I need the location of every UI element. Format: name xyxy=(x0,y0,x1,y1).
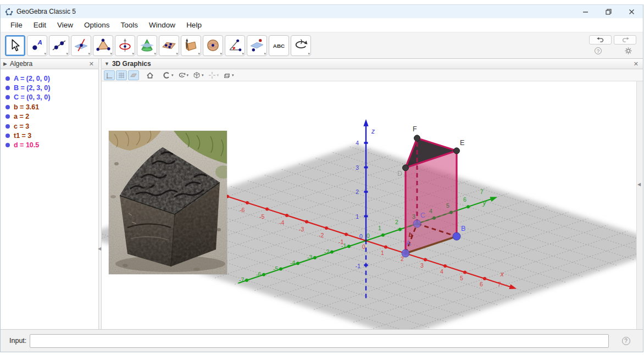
tool-dropdown-icon[interactable]: ▾ xyxy=(308,52,310,56)
stylebar-dropdown-icon[interactable]: ▾ xyxy=(187,73,189,77)
tool-dropdown-icon[interactable]: ▾ xyxy=(198,52,200,56)
menu-item-window[interactable]: Window xyxy=(143,19,181,31)
restore-button[interactable] xyxy=(597,5,620,18)
svg-text:-5: -5 xyxy=(259,213,264,220)
stone-photo-image[interactable] xyxy=(109,131,227,274)
algebra-close-icon[interactable]: ✕ xyxy=(87,60,96,68)
rotate-view-dropdown[interactable]: ▾ xyxy=(176,70,191,80)
close-icon xyxy=(629,9,635,15)
svg-text:C: C xyxy=(420,212,425,219)
algebra-item-t1[interactable]: t1 = 3 xyxy=(4,131,96,140)
command-input[interactable] xyxy=(30,334,609,348)
object-visibility-dot[interactable] xyxy=(5,95,10,99)
tool-dropdown-icon[interactable]: ▾ xyxy=(132,52,134,56)
move-tool-button[interactable] xyxy=(5,35,25,56)
svg-text:2: 2 xyxy=(395,219,398,225)
algebra-item-b[interactable]: b = 3.61 xyxy=(4,102,96,112)
tool-dropdown-icon[interactable]: ▾ xyxy=(110,52,112,56)
divider-collapse-icon[interactable]: ◀ xyxy=(98,246,101,251)
tool-dropdown-icon[interactable]: ▾ xyxy=(66,52,68,56)
menu-item-options[interactable]: Options xyxy=(79,19,115,31)
tool-dropdown-icon[interactable]: ▾ xyxy=(264,52,266,56)
algebra-item-B[interactable]: B = (2, 3, 0) xyxy=(4,83,96,92)
tool-dropdown-icon[interactable]: ▾ xyxy=(88,52,90,56)
right-collapse-rail: ◀ xyxy=(636,81,643,329)
tool-dropdown-icon[interactable]: ▾ xyxy=(44,52,46,56)
point-B[interactable] xyxy=(453,232,460,240)
point-F[interactable] xyxy=(414,135,420,141)
reflect-plane-tool-button[interactable]: ▾ xyxy=(247,35,267,56)
circle-axis-tool-button[interactable]: ▾ xyxy=(115,35,135,56)
plane-tool-button[interactable]: ▾ xyxy=(159,35,179,56)
algebra-collapse-icon[interactable]: ▶ xyxy=(3,61,7,66)
stylebar-dropdown-icon[interactable]: ▾ xyxy=(171,73,174,77)
angle-tool-icon xyxy=(227,38,242,53)
graphics3d-menu-icon[interactable]: ▼ xyxy=(104,61,109,66)
svg-text:-7: -7 xyxy=(239,276,244,283)
point-C[interactable] xyxy=(413,220,421,228)
box-dropdown[interactable]: ▾ xyxy=(221,70,236,80)
rotate-view-tool-button[interactable]: ▾ xyxy=(291,35,311,56)
graphics3d-close-icon[interactable]: ✕ xyxy=(632,60,640,68)
stylebar-dropdown-icon[interactable]: ▾ xyxy=(202,73,204,77)
menu-bar: FileEditViewOptionsToolsWindowHelp xyxy=(1,18,643,32)
stylebar-dropdown-icon[interactable]: ▾ xyxy=(217,73,219,77)
geogebra-window: GeoGebra Classic 5 FileEditViewOptionsTo… xyxy=(0,4,643,352)
algebra-item-a[interactable]: a = 2 xyxy=(4,112,96,121)
redo-button[interactable] xyxy=(614,35,636,45)
minimize-button[interactable] xyxy=(574,5,597,18)
stylebar-dropdown-icon[interactable]: ▾ xyxy=(232,73,234,77)
object-visibility-dot[interactable] xyxy=(5,134,10,138)
polygon-tool-button[interactable]: ▾ xyxy=(93,35,113,56)
point-tool-button[interactable]: A▾ xyxy=(27,35,47,56)
perpendicular-line-tool-button[interactable]: ▾ xyxy=(71,35,91,56)
svg-text:2: 2 xyxy=(356,188,359,195)
help-icon[interactable]: ? xyxy=(595,47,602,54)
point-E[interactable] xyxy=(454,148,460,154)
algebra-item-C[interactable]: C = (0, 3, 0) xyxy=(4,93,96,102)
settings-gear-icon[interactable] xyxy=(625,47,632,54)
intersect-surfaces-tool-button[interactable]: ▾ xyxy=(137,35,157,56)
tool-dropdown-icon[interactable]: ▾ xyxy=(154,52,156,56)
svg-text:-3: -3 xyxy=(307,254,312,260)
view-direction-dropdown[interactable]: ▾ xyxy=(191,70,206,80)
point-D[interactable] xyxy=(403,165,409,171)
home-view-button[interactable] xyxy=(145,70,156,80)
show-axes-toggle[interactable] xyxy=(104,70,115,80)
menu-item-file[interactable]: File xyxy=(5,19,28,31)
line-tool-button[interactable]: ▾ xyxy=(49,35,69,56)
object-visibility-dot[interactable] xyxy=(5,143,10,147)
algebra-item-A[interactable]: A = (2, 0, 0) xyxy=(4,74,96,83)
geogebra-logo-icon xyxy=(5,8,13,16)
menu-item-edit[interactable]: Edit xyxy=(28,19,52,31)
point-A[interactable] xyxy=(402,249,409,257)
object-visibility-dot[interactable] xyxy=(5,86,10,90)
object-visibility-dot[interactable] xyxy=(5,105,10,109)
input-help-icon[interactable]: ? xyxy=(622,337,630,345)
rail-collapse-icon[interactable]: ◀ xyxy=(637,182,641,187)
menu-item-help[interactable]: Help xyxy=(181,19,207,31)
object-visibility-dot[interactable] xyxy=(5,114,10,119)
object-visibility-dot[interactable] xyxy=(5,76,10,81)
tool-dropdown-icon[interactable]: ▾ xyxy=(176,52,178,56)
show-plane-toggle[interactable] xyxy=(128,70,139,80)
algebra-item-d[interactable]: d = 10.5 xyxy=(4,141,96,150)
intersect-surfaces-tool-icon xyxy=(140,38,154,53)
menu-item-view[interactable]: View xyxy=(52,19,79,31)
prism-tool-button[interactable]: ▾ xyxy=(181,35,201,56)
angle-tool-button[interactable]: ▾ xyxy=(225,35,245,56)
undo-button[interactable] xyxy=(589,35,612,45)
text-tool-button[interactable]: ABC xyxy=(269,35,289,56)
restore-icon xyxy=(606,9,612,15)
tool-dropdown-icon[interactable]: ▾ xyxy=(220,52,222,56)
object-visibility-dot[interactable] xyxy=(5,124,10,129)
menu-item-tools[interactable]: Tools xyxy=(115,19,144,31)
algebra-item-label: t1 = 3 xyxy=(14,132,31,140)
point-capturing-dropdown[interactable]: ▾ xyxy=(161,70,175,80)
close-button[interactable] xyxy=(620,5,643,18)
tool-dropdown-icon[interactable]: ▾ xyxy=(242,52,244,56)
sphere-tool-button[interactable]: ▾ xyxy=(203,35,223,56)
show-grid-toggle[interactable] xyxy=(116,70,127,80)
clipping-dropdown[interactable]: ▾ xyxy=(207,70,221,80)
algebra-item-c[interactable]: c = 3 xyxy=(4,121,96,131)
